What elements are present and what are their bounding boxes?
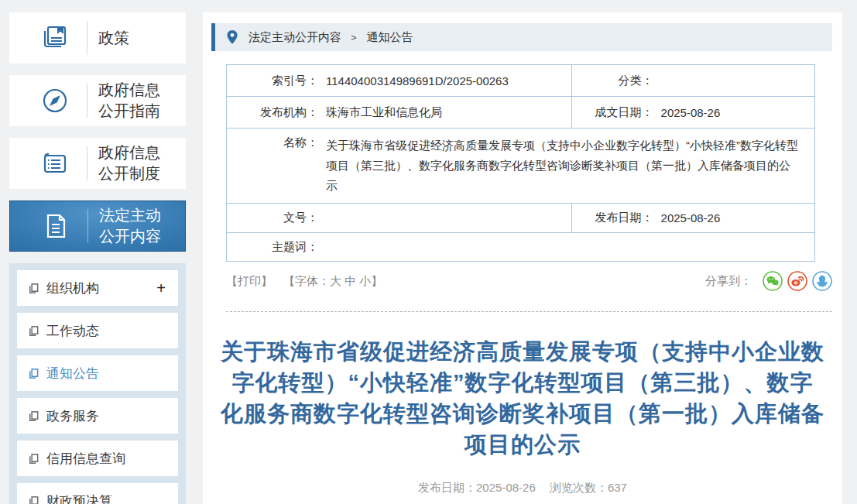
- publish-date-value: 2025-08-26: [653, 211, 721, 225]
- sub-item-label: 信用信息查询: [46, 450, 125, 468]
- publish-date-label: 发布日期：: [572, 211, 653, 225]
- compass-icon: [9, 87, 87, 115]
- sidebar-item-statutory-disclosure[interactable]: 法定主动公开内容: [9, 201, 186, 252]
- pages-icon: [28, 283, 39, 294]
- breadcrumb: 法定主动公开内容 > 通知公告: [211, 23, 832, 51]
- sidebar: 政策 政府信息公开指南 政府信息公开制度: [9, 12, 186, 504]
- written-date-value: 2025-08-26: [653, 106, 721, 119]
- issuing-agency-label: 发布机构：: [227, 105, 318, 120]
- pages-icon: [28, 495, 39, 504]
- table-row: 文号： 发布日期： 2025-08-26: [227, 204, 815, 233]
- table-row: 主题词：: [227, 233, 815, 262]
- print-button[interactable]: 【打印】: [226, 274, 273, 289]
- share-label: 分享到：: [705, 274, 752, 289]
- sidebar-item-organization[interactable]: 组织机构 +: [17, 270, 178, 306]
- location-pin-icon: [226, 29, 238, 45]
- divider: [87, 146, 87, 180]
- table-row: 索引号： 11440400314989691D/2025-00263 分类：: [227, 65, 815, 97]
- breadcrumb-separator: >: [351, 32, 357, 43]
- qq-icon[interactable]: [812, 271, 832, 291]
- article-meta: 发布日期：2025-08-26 浏览次数：637: [203, 481, 842, 495]
- document-icon: [10, 212, 87, 240]
- sidebar-item-label: 法定主动公开内容: [99, 205, 173, 247]
- doc-number-label: 文号：: [227, 211, 318, 225]
- category-label: 分类：: [572, 74, 653, 88]
- divider: [87, 209, 88, 243]
- breadcrumb-current[interactable]: 通知公告: [367, 30, 413, 45]
- index-number-label: 索引号：: [227, 74, 318, 88]
- main-content-panel: 法定主动公开内容 > 通知公告 索引号： 11440400314989691D/…: [203, 12, 842, 504]
- breadcrumb-parent[interactable]: 法定主动公开内容: [249, 30, 341, 45]
- sidebar-item-gov-info-guide[interactable]: 政府信息公开指南: [9, 75, 186, 126]
- book-icon: [9, 24, 87, 52]
- pages-icon: [28, 410, 39, 422]
- wechat-icon[interactable]: [763, 271, 783, 291]
- document-meta-table: 索引号： 11440400314989691D/2025-00263 分类： 发…: [226, 64, 815, 262]
- sidebar-item-credit-info[interactable]: 信用信息查询: [17, 441, 178, 476]
- table-row: 名称： 关于珠海市省级促进经济高质量发展专项（支持中小企业数字化转型）“小快轻准…: [227, 129, 815, 204]
- rules-icon: [9, 149, 87, 177]
- table-row: 发布机构： 珠海市工业和信息化局 成文日期： 2025-08-26: [227, 97, 815, 129]
- sidebar-item-gov-services[interactable]: 政务服务: [17, 398, 178, 434]
- page-title: 关于珠海市省级促进经济高质量发展专项（支持中小企业数字化转型）“小快轻准”数字化…: [221, 336, 824, 460]
- weibo-icon[interactable]: [787, 271, 807, 291]
- sidebar-item-work-updates[interactable]: 工作动态: [17, 313, 178, 348]
- sidebar-item-label: 政策: [98, 28, 173, 49]
- issuing-agency-value: 珠海市工业和信息化局: [318, 105, 442, 120]
- sidebar-item-fiscal-budget[interactable]: 财政预决算: [17, 483, 178, 504]
- sub-item-label: 组织机构: [46, 279, 99, 297]
- article-publish-date: 发布日期：2025-08-26: [418, 481, 536, 494]
- sidebar-submenu: 组织机构 + 工作动态 通知公告 政务服务: [9, 263, 186, 504]
- sub-item-label: 财政预决算: [46, 492, 112, 504]
- plus-icon[interactable]: +: [156, 280, 166, 296]
- divider: [87, 21, 87, 55]
- dashed-divider: [226, 311, 832, 312]
- sidebar-item-label: 政府信息公开指南: [98, 80, 173, 122]
- sidebar-item-policy[interactable]: 政策: [9, 12, 186, 63]
- font-size-controls[interactable]: 【字体：大 中 小】: [283, 274, 382, 289]
- article-toolbar: 【打印】 【字体：大 中 小】 分享到：: [226, 269, 832, 293]
- name-label: 名称：: [227, 135, 318, 150]
- article-view-count: 浏览次数：637: [550, 481, 627, 494]
- sub-item-label: 政务服务: [46, 407, 99, 425]
- pages-icon: [28, 368, 39, 379]
- sidebar-item-gov-info-rules[interactable]: 政府信息公开制度: [9, 138, 186, 189]
- pages-icon: [28, 325, 39, 337]
- sub-item-label: 工作动态: [46, 322, 99, 340]
- share-group: 分享到：: [705, 271, 832, 291]
- written-date-label: 成文日期：: [572, 105, 653, 120]
- index-number-value: 11440400314989691D/2025-00263: [318, 74, 509, 87]
- sidebar-item-notices[interactable]: 通知公告: [17, 355, 178, 391]
- sidebar-item-label: 政府信息公开制度: [98, 142, 173, 184]
- sub-item-label: 通知公告: [46, 365, 99, 382]
- pages-icon: [28, 453, 39, 465]
- name-value: 关于珠海市省级促进经济高质量发展专项（支持中小企业数字化转型）“小快轻准”数字化…: [318, 135, 814, 196]
- keywords-label: 主题词：: [227, 240, 318, 255]
- divider: [87, 84, 87, 118]
